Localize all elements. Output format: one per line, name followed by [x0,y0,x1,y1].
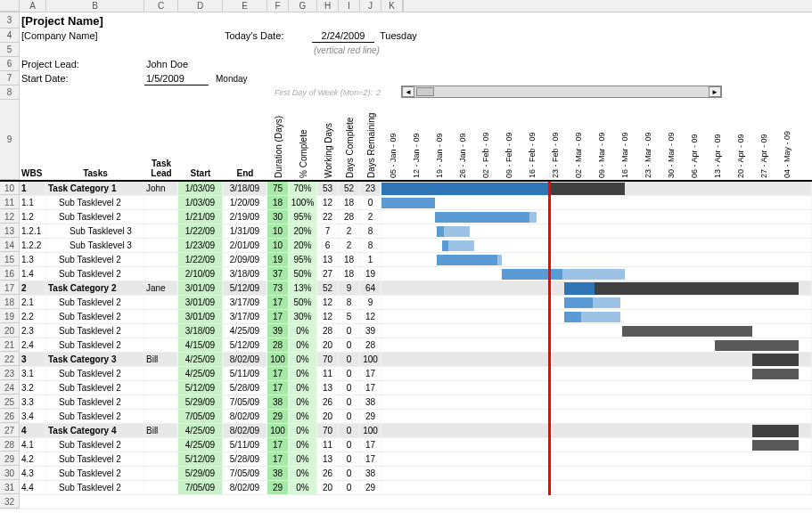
gantt-bar[interactable] [752,369,799,379]
cell-duration[interactable]: 30 [267,210,289,224]
cell-days-remaining[interactable]: 2 [360,210,381,224]
cell-days-complete[interactable]: 0 [339,410,360,423]
cell-days-remaining[interactable]: 17 [360,381,381,395]
cell-pct[interactable]: 0% [289,338,317,352]
col-header-C[interactable]: C [144,0,178,12]
cell-days-remaining[interactable]: 39 [360,324,381,338]
cell-lead[interactable] [144,267,178,281]
cell-wbs[interactable]: 2.3 [20,324,46,338]
row-number[interactable]: 10 [0,182,20,195]
date-col[interactable]: 27 - Apr - 09 [752,100,775,180]
row-number[interactable]: 9 [0,100,20,180]
cell-task[interactable]: Sub Tasklevel 3 [46,224,144,238]
cell-wbs[interactable]: 2.2 [20,310,46,323]
gantt-bar[interactable] [581,312,620,322]
col-header-F[interactable]: F [267,0,289,12]
cell-pct[interactable]: 95% [289,210,317,224]
cell-pct[interactable]: 0% [289,353,317,366]
cell-pct[interactable]: 13% [289,281,317,295]
row-number[interactable]: 6 [0,57,20,71]
col-header-B[interactable]: B [46,0,144,12]
th-end[interactable]: End [223,168,267,180]
cell-lead[interactable] [144,467,178,480]
row-number[interactable]: 22 [0,353,20,366]
task-row[interactable]: 24 3.2 Sub Tasklevel 2 5/12/09 5/28/09 1… [0,381,812,395]
row-number[interactable]: 29 [0,452,20,466]
cell-days-complete[interactable]: 0 [339,381,360,395]
cell-end[interactable]: 8/02/09 [223,481,267,494]
cell-end[interactable]: 5/12/09 [223,338,267,352]
cell-end[interactable]: 5/11/09 [223,438,267,452]
cell-wbs[interactable]: 2.4 [20,338,46,352]
project-name[interactable]: [Project Name] [20,12,376,28]
cell-working-days[interactable]: 20 [317,410,339,423]
cell-lead[interactable]: John [144,182,178,195]
cell-wbs[interactable]: 3 [20,353,46,366]
gantt-bar[interactable] [595,282,799,295]
cell-start[interactable]: 1/21/09 [178,210,223,224]
task-row[interactable]: 13 1.2.1 Sub Tasklevel 3 1/22/09 1/31/09… [0,224,812,239]
cell-days-complete[interactable]: 2 [339,239,360,252]
row-number[interactable]: 5 [0,43,20,57]
cell-start[interactable]: 7/05/09 [178,410,223,423]
gantt-bar[interactable] [381,198,435,208]
cell-start[interactable]: 3/01/09 [178,281,223,295]
date-col[interactable]: 02 - Mar - 09 [567,100,590,180]
cell-task[interactable]: Sub Tasklevel 2 [46,367,144,380]
cell-task[interactable]: Sub Tasklevel 2 [46,438,144,452]
th-tasks[interactable]: Tasks [46,168,144,180]
row-number[interactable]: 32 [0,495,20,509]
row-number[interactable]: 8 [0,85,20,100]
cell-end[interactable]: 3/18/09 [223,267,267,281]
cell-days-complete[interactable]: 2 [339,224,360,238]
date-col[interactable]: 16 - Mar - 09 [613,100,636,180]
task-row[interactable]: 20 2.3 Sub Tasklevel 2 3/18/09 4/25/09 3… [0,324,812,338]
cell-days-complete[interactable]: 0 [339,353,360,366]
cell-end[interactable]: 5/28/09 [223,381,267,395]
cell-duration[interactable]: 18 [267,196,289,209]
cell-pct[interactable]: 0% [289,467,317,480]
cell-working-days[interactable]: 28 [317,324,339,338]
cell-lead[interactable] [144,210,178,224]
gantt-bar[interactable] [564,312,580,322]
cell-task[interactable]: Sub Tasklevel 2 [46,267,144,281]
cell-duration[interactable]: 10 [267,239,289,252]
cell-task[interactable]: Sub Tasklevel 2 [46,210,144,224]
cell-days-complete[interactable]: 0 [339,438,360,452]
cell-start[interactable]: 1/23/09 [178,239,223,252]
cell-days-complete[interactable]: 0 [339,424,360,437]
cell-days-complete[interactable]: 0 [339,452,360,466]
cell-duration[interactable]: 37 [267,267,289,281]
cell-duration[interactable]: 75 [267,182,289,195]
cell-wbs[interactable]: 1.2 [20,210,46,224]
date-col[interactable]: 19 - Jan - 09 [428,100,451,180]
cell-task[interactable]: Sub Tasklevel 2 [46,410,144,423]
cell-working-days[interactable]: 70 [317,424,339,437]
cell-lead[interactable] [144,196,178,209]
cell-days-remaining[interactable]: 12 [360,310,381,323]
cell-duration[interactable]: 100 [267,424,289,437]
cell-end[interactable]: 3/17/09 [223,310,267,323]
th-lead[interactable]: Task Lead [144,159,178,180]
cell-task[interactable]: Sub Tasklevel 2 [46,395,144,409]
cell-wbs[interactable]: 4 [20,424,46,437]
cell-lead[interactable] [144,253,178,266]
gantt-bar[interactable] [502,269,562,280]
date-col[interactable]: 13 - Apr - 09 [706,100,729,180]
cell-pct[interactable]: 0% [289,452,317,466]
row-number[interactable]: 23 [0,367,20,380]
cell-start[interactable]: 1/22/09 [178,224,223,238]
cell-days-remaining[interactable]: 29 [360,481,381,494]
cell-lead[interactable] [144,324,178,338]
cell-task[interactable]: Sub Tasklevel 2 [46,467,144,480]
cell-working-days[interactable]: 12 [317,296,339,309]
cell-lead[interactable]: Jane [144,281,178,295]
row-number[interactable]: 18 [0,296,20,309]
cell-start[interactable]: 4/25/09 [178,438,223,452]
row-number[interactable]: 20 [0,324,20,338]
cell-task[interactable]: Task Category 3 [46,353,144,366]
row-number[interactable]: 11 [0,196,20,209]
cell-task[interactable]: Task Category 4 [46,424,144,437]
cell-end[interactable]: 1/20/09 [223,196,267,209]
row-number[interactable]: 16 [0,267,20,281]
